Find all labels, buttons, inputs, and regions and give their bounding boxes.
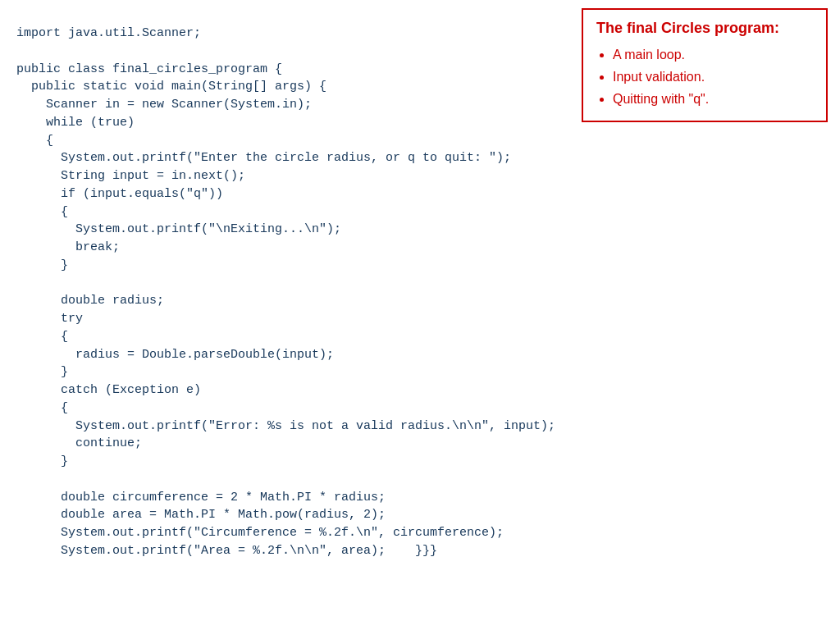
info-box-item-3: Quitting with "q". [613,88,813,110]
main-container: The final Circles program: A main loop. … [0,0,840,630]
info-box-title: The final Circles program: [596,20,813,37]
info-box-item-1: A main loop. [613,43,813,66]
info-box-list: A main loop. Input validation. Quitting … [596,43,813,111]
info-box: The final Circles program: A main loop. … [582,8,828,122]
info-box-item-2: Input validation. [613,66,813,88]
